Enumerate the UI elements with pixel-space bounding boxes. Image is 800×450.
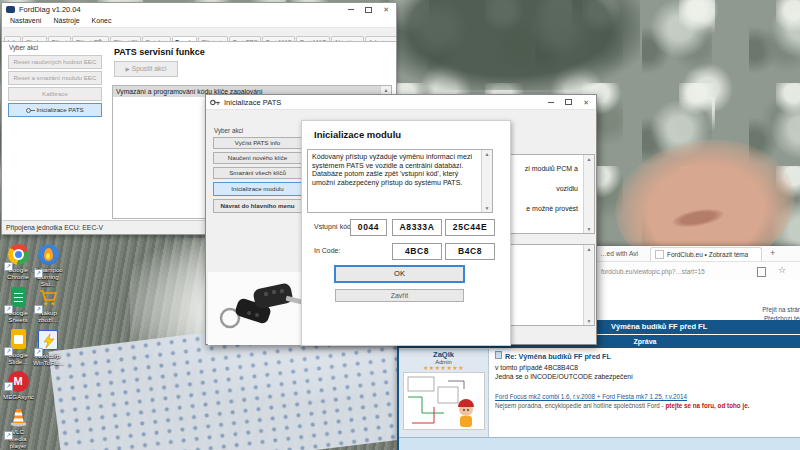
scroll-down-icon[interactable]: ▼ bbox=[584, 318, 594, 324]
forum-post-row: ZaQik Admin ★★★★★★★ bbox=[399, 349, 800, 438]
outcode-field-2[interactable]: A8333A bbox=[392, 219, 442, 236]
pats-heading: PATS servisní funkce bbox=[114, 47, 205, 57]
browser-tab-partial[interactable]: …ed with Avi bbox=[600, 250, 638, 257]
shortcut-arrow-icon: ↗ bbox=[34, 305, 43, 314]
tab-info[interactable]: Info bbox=[4, 36, 21, 42]
close-button[interactable]: ✕ bbox=[383, 6, 389, 13]
author-stars: ★★★★★★★ bbox=[399, 365, 488, 371]
close-dialog-button[interactable]: Zavřít bbox=[335, 289, 464, 302]
pats-init-dialog: Inicializace PATS ✕ Vyber akci Vyčíst PA… bbox=[205, 94, 597, 345]
background-text-fragment: zi modulů PCM a bbox=[525, 165, 578, 172]
desktop-icon-google-slides[interactable]: ↗ Google Slide... bbox=[3, 329, 33, 365]
dialog-panel-label: Vyber akci bbox=[214, 127, 243, 134]
read-pats-info-button[interactable]: Vyčíst PATS info bbox=[213, 137, 302, 149]
run-action-button[interactable]: ▶ Spustit akci bbox=[114, 61, 178, 77]
desktop-icon-wintoflash[interactable]: ↗ NovicorpWinToFla... bbox=[33, 329, 63, 366]
scroll-down-icon[interactable]: ▼ bbox=[482, 205, 492, 211]
background-text-fragment: e možné provést bbox=[526, 205, 578, 212]
return-main-menu-button[interactable]: Návrat do hlavního menu bbox=[213, 199, 302, 213]
tab-prime2[interactable]: Přímé(2) bbox=[110, 36, 141, 42]
post-icon bbox=[495, 351, 502, 359]
bookmark-star-icon[interactable]: ☆ bbox=[778, 265, 786, 275]
desktop-icon-google-sheets[interactable]: ↗ GoogleSheets bbox=[3, 287, 33, 323]
url-text[interactable]: fordclub.eu/viewtopic.php?…start=15 bbox=[601, 268, 705, 275]
scroll-up-icon[interactable]: ▲ bbox=[584, 156, 594, 162]
message-cell: Re: Výměna budíků FF před FL v tomto pří… bbox=[489, 349, 800, 438]
shortcut-arrow-icon: ↗ bbox=[4, 431, 13, 440]
scrollbar[interactable]: ▲▼ bbox=[583, 245, 594, 325]
menu-konec[interactable]: Konec bbox=[87, 16, 117, 27]
signature-links[interactable]: Ford Focus mk2 combi 1.6, r.v.2008 + For… bbox=[495, 393, 794, 400]
init-module-button[interactable]: Inicializace modulu bbox=[213, 182, 302, 196]
scroll-up-icon[interactable]: ▲ bbox=[584, 246, 594, 252]
scroll-down-icon[interactable]: ▼ bbox=[584, 226, 594, 232]
forum-bottom-row bbox=[399, 437, 800, 450]
tab-aktuatory[interactable]: Aktuátory bbox=[331, 36, 364, 42]
app-icon bbox=[6, 6, 15, 13]
author-cell: ZaQik Admin ★★★★★★★ bbox=[399, 349, 489, 438]
favicon bbox=[655, 250, 664, 259]
tab-prime-tre[interactable]: Přímé TŘe bbox=[72, 36, 109, 42]
incode-field-2[interactable]: B4C8 bbox=[445, 243, 495, 260]
shortcut-arrow-icon: ↗ bbox=[4, 347, 13, 356]
scrollbar[interactable]: ▲▼ bbox=[481, 150, 492, 212]
minimize-button[interactable] bbox=[348, 9, 354, 10]
calibration-button[interactable]: Kalibrace bbox=[8, 87, 102, 101]
author-name[interactable]: ZaQik bbox=[399, 350, 488, 359]
scroll-up-icon[interactable]: ▲ bbox=[381, 87, 391, 93]
new-tab-button[interactable]: + bbox=[770, 248, 775, 258]
desktop-icon-vlc[interactable]: ↗ VLC mediaplayer bbox=[3, 406, 33, 449]
close-button[interactable]: ✕ bbox=[583, 99, 589, 106]
go-to-page-link[interactable]: Přejít na stránku bbox=[762, 306, 800, 313]
shortcut-arrow-icon: ↗ bbox=[4, 262, 13, 271]
scroll-up-icon[interactable]: ▲ bbox=[482, 151, 492, 157]
tab-test-tps[interactable]: Test TPS bbox=[229, 36, 261, 42]
shortcut-arrow-icon: ↗ bbox=[4, 382, 13, 391]
tab-pristroje[interactable]: Přístroje bbox=[198, 36, 228, 42]
init-module-card: Inicializace modulu Kódovaný přístup vyž… bbox=[301, 120, 511, 346]
flame-icon bbox=[38, 244, 59, 265]
post-line: Jedná se o INCODE/OUTCODE zabezpečení bbox=[495, 373, 794, 380]
tab-chyby[interactable]: Chyby bbox=[22, 36, 47, 42]
title-bar[interactable]: FordDiag v1.20.04 ✕ bbox=[2, 3, 396, 16]
scrollbar[interactable]: ▲▼ bbox=[583, 155, 594, 233]
tab-test-map[interactable]: Test MAP bbox=[296, 36, 329, 42]
menu-nastroje[interactable]: Nástroje bbox=[49, 16, 85, 27]
tab-test-maf[interactable]: Test MAF bbox=[262, 36, 295, 42]
vlc-cone-icon bbox=[8, 406, 29, 427]
maximize-button[interactable] bbox=[565, 99, 572, 105]
signature-note: Nejsem poradna, encyklopedie ani hotline… bbox=[495, 402, 794, 409]
reset-module-button[interactable]: Reset a smazání modulu EEC bbox=[8, 71, 102, 85]
tab-servis[interactable]: Servis bbox=[172, 36, 198, 42]
outcode-field-1[interactable]: 0044 bbox=[350, 219, 387, 236]
shortcut-arrow-icon: ↗ bbox=[4, 305, 13, 314]
outcode-field-3[interactable]: 25C44E bbox=[445, 219, 495, 236]
avatar bbox=[403, 372, 485, 430]
init-pats-button[interactable]: Inicializace PATS bbox=[8, 103, 102, 117]
desktop-icon-ashampoo-burning-studio[interactable]: ↗ AshampooBurning Stu... bbox=[33, 244, 63, 287]
learn-new-key-button[interactable]: Naučení nového klíče bbox=[213, 152, 302, 164]
erase-all-keys-button[interactable]: Smazání všech klíčů bbox=[213, 167, 302, 179]
car-keys-photo bbox=[208, 272, 311, 345]
window-title: FordDiag v1.20.04 bbox=[19, 5, 348, 14]
photo-dark-fur bbox=[380, 0, 640, 90]
desktop: ↗ GoogleChrome ↗ AshampooBurning Stu... … bbox=[0, 0, 800, 450]
maximize-button[interactable] bbox=[365, 7, 372, 13]
action-panel-label: Vyber akci bbox=[9, 44, 38, 51]
tab-prime[interactable]: Přímé bbox=[48, 36, 72, 42]
menu-bar: Nastavení Nástroje Konec bbox=[2, 16, 396, 28]
desktop-icon-megasync[interactable]: M ↗ MEGAsync bbox=[3, 371, 33, 400]
desktop-icon-shop[interactable]: ↗ Nákupzboží... bbox=[33, 287, 63, 323]
minimize-button[interactable] bbox=[548, 102, 554, 103]
tab-adaptace[interactable]: Adaptace EGR bbox=[365, 36, 396, 42]
incode-field-1[interactable]: 4BC8 bbox=[392, 243, 442, 260]
reset-values-button[interactable]: Reset naučených hodnot EEC bbox=[8, 55, 102, 69]
desktop-icon-google-chrome[interactable]: ↗ GoogleChrome bbox=[3, 244, 33, 280]
browser-tab-active[interactable]: FordClub.eu • Zobrazit téma bbox=[650, 247, 762, 261]
tab-datalog[interactable]: Datalog bbox=[142, 36, 170, 42]
outcode-label: Vstupní kód: bbox=[314, 223, 353, 230]
menu-nastaveni[interactable]: Nastavení bbox=[5, 16, 47, 27]
ok-button[interactable]: OK bbox=[334, 265, 465, 283]
dialog-title-bar[interactable]: Inicializace PATS ✕ bbox=[206, 95, 596, 110]
reader-mode-icon[interactable] bbox=[757, 267, 766, 277]
